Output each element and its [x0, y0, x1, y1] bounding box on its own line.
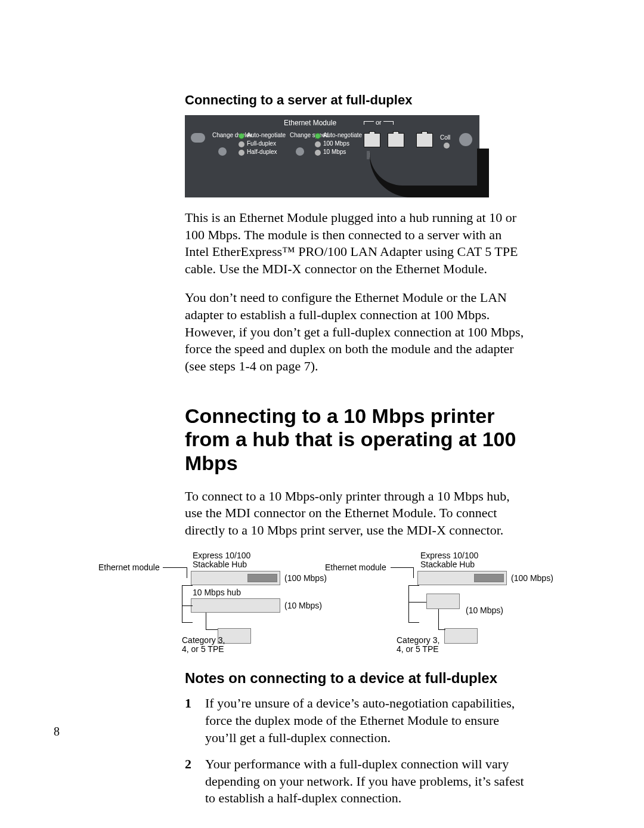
- connector-line: [182, 605, 193, 606]
- label-eth-module: Ethernet module: [98, 563, 160, 572]
- printserver-icon: [426, 594, 460, 609]
- connector-line: [438, 629, 445, 630]
- hub-10-icon: [191, 598, 280, 613]
- connector-line: [206, 629, 218, 630]
- connector-line: [182, 585, 182, 622]
- label-express: Express 10/100: [193, 551, 250, 560]
- paragraph: You don’t need to configure the Ethernet…: [185, 289, 525, 375]
- list-number: 1: [185, 695, 196, 746]
- or-bracket: [364, 121, 374, 125]
- label-10mbps: (10 Mbps): [284, 601, 322, 610]
- panel-or: or: [376, 119, 382, 126]
- label-100mbps: (100 Mbps): [511, 573, 553, 583]
- panel-title: Ethernet Module: [284, 119, 336, 127]
- connector-line: [206, 613, 206, 629]
- label-cat2: 4, or 5 TPE: [182, 644, 224, 654]
- led-autoneg-icon: [239, 133, 244, 139]
- paragraph: To connect to a 10 Mbps-only printer thr…: [185, 488, 525, 539]
- led-100-icon: [315, 141, 321, 147]
- list-text: If you’re unsure of a device’s auto-nego…: [205, 695, 525, 746]
- hub-top-icon: [417, 571, 507, 585]
- mdi-port-icon: [364, 133, 380, 147]
- led-coll-icon: [444, 143, 450, 149]
- printer-icon: [444, 628, 478, 644]
- label-stackable: Stackable Hub: [193, 560, 247, 569]
- led-fullduplex-icon: [239, 141, 244, 147]
- led-autoneg-speed-icon: [315, 133, 321, 139]
- connector-line: [408, 622, 419, 623]
- change-duplex-button-icon: [218, 147, 227, 156]
- label-10: 10 Mbps: [323, 149, 346, 155]
- label-stackable: Stackable Hub: [420, 560, 475, 569]
- list-text: Your performance with a full-duplex conn…: [205, 756, 525, 807]
- led-10-icon: [315, 150, 321, 156]
- connector-line: [408, 602, 426, 603]
- connector-line: [182, 585, 193, 586]
- change-speed-button-icon: [296, 147, 304, 156]
- cable-cutout: [370, 149, 477, 186]
- label-100: 100 Mbps: [323, 140, 349, 147]
- label-fullduplex: Full-duplex: [247, 140, 276, 147]
- label-10mbps: (10 Mbps): [466, 605, 503, 615]
- connector-line: [408, 585, 409, 622]
- list-item: 1 If you’re unsure of a device’s auto-ne…: [185, 695, 525, 746]
- connector-line: [391, 567, 413, 568]
- hub-top-icon: [191, 571, 280, 585]
- big-button-icon: [459, 133, 472, 146]
- label-cat: Category 3,: [397, 635, 439, 645]
- figure-hub-printer-diagram: Ethernet module Express 10/100 Stackable…: [98, 551, 552, 652]
- or-bracket: [383, 121, 394, 125]
- port-icon: [416, 133, 433, 147]
- module-inset-icon: [474, 574, 504, 582]
- connector-line: [413, 567, 414, 578]
- connector-line: [163, 567, 187, 568]
- module-inset-icon: [247, 574, 277, 582]
- heading-10mbps-printer: Connecting to a 10 Mbps printer from a h…: [185, 404, 525, 474]
- connector-line: [408, 585, 419, 586]
- led-halfduplex-icon: [239, 150, 244, 156]
- mdix-port-icon: [388, 133, 404, 147]
- connector-line: [438, 609, 439, 629]
- reset-button-icon: [191, 133, 205, 143]
- figure-ethernet-module-panel: Ethernet Module or Change duplex Auto-ne…: [185, 115, 479, 197]
- label-100mbps: (100 Mbps): [284, 573, 327, 583]
- label-coll: Coll: [440, 134, 450, 141]
- label-autoneg-speed: Auto-negotiate: [323, 132, 362, 138]
- connector-line: [187, 567, 187, 578]
- connector-line: [182, 622, 193, 623]
- page-number: 8: [54, 725, 60, 739]
- subheading-notes: Notes on connecting to a device at full-…: [185, 670, 525, 687]
- label-autoneg: Auto-negotiate: [247, 132, 286, 138]
- label-eth-module: Ethernet module: [325, 563, 386, 572]
- label-10hub: 10 Mbps hub: [193, 588, 241, 597]
- label-cat2: 4, or 5 TPE: [397, 644, 439, 654]
- label-cat: Category 3,: [182, 635, 225, 645]
- subheading-server-fullduplex: Connecting to a server at full-duplex: [185, 92, 525, 108]
- list-item: 2 Your performance with a full-duplex co…: [185, 756, 525, 807]
- label-halfduplex: Half-duplex: [247, 149, 277, 155]
- label-express: Express 10/100: [420, 551, 478, 560]
- list-number: 2: [185, 756, 196, 807]
- paragraph: This is an Ethernet Module plugged into …: [185, 209, 525, 277]
